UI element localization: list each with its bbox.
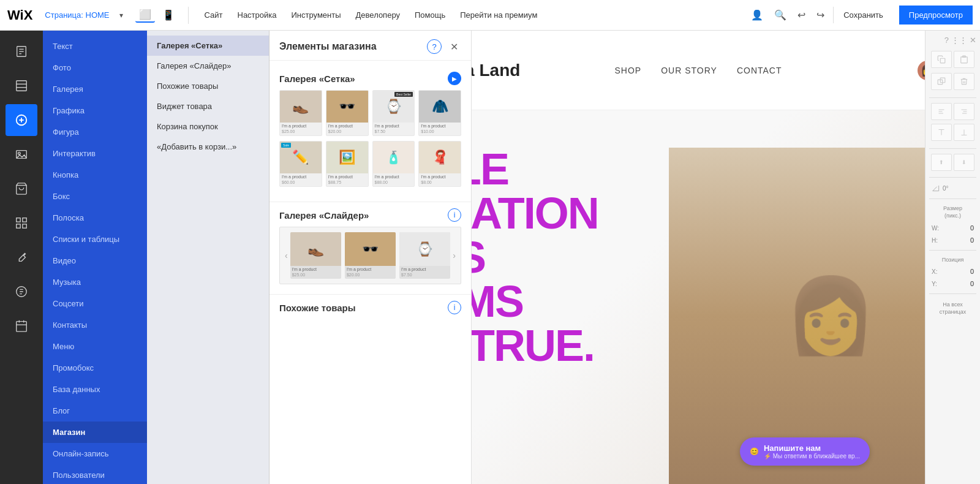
secondary-menu-slider-gallery[interactable]: Галерея «Слайдер» bbox=[147, 56, 269, 76]
sidebar-store-btn[interactable] bbox=[6, 173, 37, 205]
add-menu-item-gallery[interactable]: Галерея bbox=[43, 78, 147, 100]
related-products-info-btn[interactable]: i bbox=[448, 301, 461, 314]
desktop-view-button[interactable]: ⬜ bbox=[135, 7, 155, 23]
menu-settings[interactable]: Настройка bbox=[232, 7, 283, 23]
add-menu-item-promo[interactable]: Промобокс bbox=[43, 357, 147, 379]
grid-product-2[interactable]: 🕶️ I'm a product $20.00 bbox=[326, 90, 369, 136]
right-panel-dots-btn[interactable]: ⋮⋮ bbox=[951, 36, 967, 45]
nav-contact[interactable]: CONTACT bbox=[737, 66, 782, 75]
preview-button[interactable]: Предпросмотр bbox=[899, 6, 973, 25]
elements-help-button[interactable]: ? bbox=[427, 39, 442, 54]
add-menu-item-box[interactable]: Бокс bbox=[43, 186, 147, 207]
add-menu-item-button[interactable]: Кнопка bbox=[43, 164, 147, 186]
slider-gallery-info-btn[interactable]: i bbox=[448, 208, 461, 222]
secondary-menu-product-widget[interactable]: Виджет товара bbox=[147, 96, 269, 116]
x-label: X: bbox=[932, 268, 941, 275]
svg-rect-22 bbox=[940, 58, 945, 63]
secondary-menu-cart[interactable]: Корзина покупок bbox=[147, 116, 269, 137]
add-menu-item-text[interactable]: Текст bbox=[43, 36, 147, 57]
right-panel-top: ? ⋮⋮ ✕ bbox=[929, 36, 976, 48]
menu-help[interactable]: Помощь bbox=[409, 7, 451, 23]
copy-btn[interactable] bbox=[931, 51, 952, 68]
sidebar-app-btn[interactable] bbox=[6, 207, 37, 239]
nav-shop[interactable]: SHOP bbox=[614, 66, 641, 75]
chat-button[interactable]: 😊 Напишите нам ⚡ Мы ответим в ближайшее … bbox=[740, 437, 870, 466]
add-menu-item-social[interactable]: Соцсети bbox=[43, 293, 147, 314]
elements-close-button[interactable]: ✕ bbox=[447, 39, 461, 54]
slider-next-icon[interactable]: › bbox=[453, 251, 456, 260]
menu-developer[interactable]: Девелоперу bbox=[350, 7, 406, 23]
menu-tools[interactable]: Инструменты bbox=[285, 7, 347, 23]
site-nav: SHOP OUR STORY CONTACT bbox=[614, 66, 782, 75]
nav-our-story[interactable]: OUR STORY bbox=[661, 66, 717, 75]
add-menu-item-strip[interactable]: Полоска bbox=[43, 207, 147, 229]
align-bottom-btn[interactable] bbox=[954, 124, 974, 141]
mobile-view-button[interactable]: 📱 bbox=[159, 7, 178, 23]
add-menu-item-store[interactable]: Магазин bbox=[43, 422, 147, 443]
grid-product-5[interactable]: Sale ✏️ I'm a product $60.00 bbox=[279, 141, 322, 187]
add-menu-item-graphics[interactable]: Графика bbox=[43, 100, 147, 121]
elements-panel-title: Элементы магазина bbox=[279, 41, 427, 52]
slider-gallery-title: Галерея «Слайдер» bbox=[279, 210, 448, 221]
delete-btn[interactable] bbox=[954, 73, 974, 90]
search-icon[interactable]: 🔍 bbox=[772, 7, 789, 23]
grid-product-8[interactable]: 🧣 I'm a product $8.00 bbox=[418, 141, 461, 187]
layer-front-btn[interactable]: ⬆ bbox=[931, 154, 952, 171]
user-avatar[interactable]: 👩 bbox=[918, 61, 925, 80]
right-panel-close-btn[interactable]: ✕ bbox=[970, 36, 976, 45]
right-divider-3 bbox=[929, 177, 976, 178]
sidebar-pages-btn[interactable] bbox=[6, 36, 37, 67]
sidebar-media-btn[interactable] bbox=[6, 138, 37, 170]
sidebar-add-btn[interactable] bbox=[6, 104, 37, 136]
add-menu-item-interactive[interactable]: Интерактив bbox=[43, 143, 147, 164]
add-menu-item-menu[interactable]: Меню bbox=[43, 336, 147, 357]
svg-rect-13 bbox=[17, 218, 20, 222]
menu-site[interactable]: Сайт bbox=[198, 7, 229, 23]
account-icon[interactable]: 👤 bbox=[748, 7, 766, 23]
add-menu-item-music[interactable]: Музыка bbox=[43, 271, 147, 293]
sidebar-calendar-btn[interactable] bbox=[6, 310, 37, 342]
chat-label: Напишите нам bbox=[764, 444, 860, 453]
align-right-btn[interactable] bbox=[954, 103, 974, 120]
topbar-menu: Сайт Настройка Инструменты Девелоперу По… bbox=[198, 7, 742, 23]
grid-product-3[interactable]: Best Seller ⌚ I'm a product $7.50 bbox=[372, 90, 415, 136]
redo-icon[interactable]: ↪ bbox=[814, 7, 827, 23]
add-menu-item-contacts[interactable]: Контакты bbox=[43, 314, 147, 336]
related-products-title: Похожие товары bbox=[279, 303, 448, 313]
slider-gallery-preview[interactable]: ‹ 👞 I'm a product $25.00 bbox=[279, 227, 461, 284]
save-button[interactable]: Сохранить bbox=[833, 7, 893, 23]
grid-product-7[interactable]: 🧴 I'm a product $88.00 bbox=[372, 141, 415, 187]
sidebar-layers-btn[interactable] bbox=[6, 70, 37, 102]
duplicate-btn[interactable] bbox=[931, 73, 952, 90]
right-panel-dup-row bbox=[929, 73, 976, 90]
main-area: Текст Фото Галерея Графика Фигура Интера… bbox=[0, 31, 980, 484]
grid-gallery-video-btn[interactable]: ▶ bbox=[448, 72, 461, 85]
slider-prev-icon[interactable]: ‹ bbox=[285, 251, 288, 260]
add-menu-item-photo[interactable]: Фото bbox=[43, 57, 147, 78]
secondary-menu-related[interactable]: Похожие товары bbox=[147, 76, 269, 96]
align-left-btn[interactable] bbox=[931, 103, 952, 120]
sidebar-pencil-btn[interactable] bbox=[6, 241, 37, 273]
page-dropdown-button[interactable]: ▾ bbox=[117, 10, 126, 21]
menu-upgrade[interactable]: Перейти на премиум bbox=[454, 7, 543, 23]
add-menu-item-database[interactable]: База данных bbox=[43, 379, 147, 400]
add-menu-item-video[interactable]: Видео bbox=[43, 250, 147, 271]
secondary-menu-add-to-cart[interactable]: «Добавить в корзи...» bbox=[147, 137, 269, 157]
grid-product-6[interactable]: 🖼️ I'm a product $88.75 bbox=[326, 141, 369, 187]
paste-btn[interactable] bbox=[954, 51, 974, 68]
section-divider-2 bbox=[270, 294, 471, 295]
grid-product-4[interactable]: 🧥 I'm a product $10.00 bbox=[418, 90, 461, 136]
add-menu-item-users[interactable]: Пользователи bbox=[43, 464, 147, 484]
add-menu-item-booking[interactable]: Онлайн-запись bbox=[43, 443, 147, 464]
layer-back-btn[interactable]: ⬇ bbox=[954, 154, 974, 171]
sidebar-blog-btn[interactable] bbox=[6, 276, 37, 308]
secondary-menu-grid-gallery[interactable]: Галерея «Сетка» bbox=[147, 36, 269, 56]
add-menu-item-lists[interactable]: Списки и таблицы bbox=[43, 229, 147, 250]
grid-product-1[interactable]: 👞 I'm a product $25.00 bbox=[279, 90, 322, 136]
undo-icon[interactable]: ↩ bbox=[795, 7, 808, 23]
align-top-btn[interactable] bbox=[931, 124, 952, 141]
right-panel-help-btn[interactable]: ? bbox=[944, 36, 949, 45]
add-menu-item-blog[interactable]: Блог bbox=[43, 400, 147, 422]
add-menu-item-shape[interactable]: Фигура bbox=[43, 121, 147, 143]
grid-gallery-header: Галерея «Сетка» ▶ bbox=[270, 68, 471, 90]
